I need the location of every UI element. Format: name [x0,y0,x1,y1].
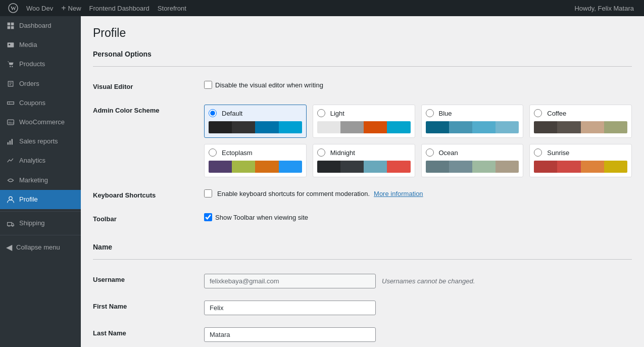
menu-separator-2 [0,235,81,235]
svg-point-19 [9,196,12,200]
color-scheme-radio-blue[interactable] [426,109,434,117]
last-name-input[interactable] [204,327,376,342]
collapse-menu-button[interactable]: ◀ Collapse menu [0,237,81,257]
color-swatch [364,121,387,133]
color-swatch [581,121,604,133]
svg-rect-17 [12,139,13,144]
color-swatch-row-ocean [426,161,519,173]
color-scheme-label-light: Light [317,109,411,117]
more-information-link[interactable]: More information [374,190,423,197]
color-scheme-midnight[interactable]: Midnight [313,144,415,177]
color-scheme-radio-midnight[interactable] [317,148,325,157]
color-scheme-light[interactable]: Light [313,105,415,138]
color-swatch-row-coffee [534,121,627,133]
color-scheme-cell: DefaultLightBlueCoffeeEctoplasmMidnightO… [204,98,632,183]
toolbar-checkbox-label[interactable]: Show Toolbar when viewing site [204,213,632,221]
sidebar-item-woocommerce[interactable]: Woo WooCommerce [0,113,81,132]
profile-icon [6,195,15,204]
color-swatch [387,121,410,133]
color-scheme-label-blue: Blue [426,109,519,117]
color-swatch [232,161,255,173]
svg-point-7 [9,44,10,45]
color-swatch [604,121,627,133]
username-note: Usernames cannot be changed. [382,277,475,285]
color-swatch [426,121,449,133]
color-swatch [317,121,340,133]
toolbar-row: Toolbar Show Toolbar when viewing site [93,207,632,231]
color-scheme-radio-light[interactable] [317,109,325,117]
keyboard-shortcuts-checkbox[interactable] [204,189,212,197]
sidebar-item-coupons[interactable]: Coupons [0,93,81,113]
color-swatch-row-sunrise [534,161,627,173]
section-divider-1 [93,66,632,67]
section-personal-options: Personal Options [93,50,632,58]
sidebar-item-sales-reports[interactable]: Sales reports [0,132,81,151]
admin-bar: W Woo Dev + New Frontend Dashboard Store… [0,0,644,16]
color-scheme-sunrise[interactable]: Sunrise [529,144,632,177]
color-swatch [496,121,519,133]
color-scheme-label-coffee: Coffee [534,109,627,117]
color-scheme-label-sunrise: Sunrise [534,148,627,157]
color-scheme-radio-coffee[interactable] [534,109,542,117]
adminbar-storefront[interactable]: Storefront [154,0,190,16]
color-swatch [209,121,232,133]
dashboard-icon [6,21,15,30]
color-swatch [317,161,340,173]
sidebar-item-orders[interactable]: Orders [0,74,81,93]
adminbar-site-name[interactable]: Woo Dev [22,0,57,16]
color-swatch [557,161,580,173]
svg-point-22 [12,225,13,226]
visual-editor-row: Visual Editor Disable the visual editor … [93,75,632,98]
color-swatch [364,161,387,173]
color-scheme-radio-ectoplasm[interactable] [209,148,217,157]
svg-rect-4 [8,26,11,29]
color-scheme-ectoplasm[interactable]: Ectoplasm [204,144,307,177]
sidebar-item-dashboard[interactable]: Dashboard [0,16,81,35]
color-swatch [387,161,410,173]
color-scheme-ocean[interactable]: Ocean [421,144,524,177]
svg-text:Woo: Woo [8,121,14,124]
color-swatch [426,161,449,173]
wp-logo[interactable]: W [4,3,22,13]
media-icon [6,40,15,49]
sidebar-item-media[interactable]: Media [0,35,81,55]
color-scheme-blue[interactable]: Blue [421,105,524,138]
sidebar-item-products[interactable]: Products [0,55,81,74]
visual-editor-checkbox-label[interactable]: Disable the visual editor when writing [204,81,632,89]
woo-icon: Woo [6,118,15,127]
color-scheme-radio-default[interactable] [209,109,217,117]
color-swatch [581,161,604,173]
color-swatch [534,161,557,173]
color-scheme-label-midnight: Midnight [317,148,411,157]
page-title: Profile [93,26,632,40]
first-name-input[interactable] [204,301,376,315]
last-name-label: Last Name [93,321,204,347]
keyboard-shortcuts-checkbox-label[interactable]: Enable keyboard shortcuts for comment mo… [204,189,632,197]
sidebar-item-analytics[interactable]: Analytics [0,151,81,170]
username-row: Username Usernames cannot be changed. [93,268,632,294]
color-swatch [279,161,302,173]
sidebar: Dashboard Media Products Orders Coupons [0,16,81,347]
color-scheme-row: Admin Color Scheme DefaultLightBlueCoffe… [93,98,632,183]
sidebar-item-marketing[interactable]: Marketing [0,171,81,190]
color-swatch [449,121,472,133]
adminbar-new-icon: + [61,4,66,13]
color-swatch [496,161,519,173]
adminbar-frontend-dashboard[interactable]: Frontend Dashboard [85,0,154,16]
sidebar-item-shipping[interactable]: Shipping [0,214,81,233]
sidebar-item-profile[interactable]: Profile [0,190,81,209]
visual-editor-checkbox[interactable] [204,81,212,89]
toolbar-checkbox[interactable] [204,213,212,221]
first-name-label: First Name [93,294,204,321]
adminbar-new[interactable]: + New [57,0,85,16]
color-scheme-radio-sunrise[interactable] [534,148,542,157]
keyboard-shortcuts-cell: Enable keyboard shortcuts for comment mo… [204,183,632,207]
color-scheme-radio-ocean[interactable] [426,148,434,157]
main-content: Profile Personal Options Visual Editor D… [81,16,644,347]
color-scheme-default[interactable]: Default [204,105,307,138]
svg-rect-16 [10,141,11,145]
color-swatch [255,121,278,133]
color-scheme-coffee[interactable]: Coffee [529,105,632,138]
orders-icon [6,79,15,88]
menu-separator [0,211,81,212]
